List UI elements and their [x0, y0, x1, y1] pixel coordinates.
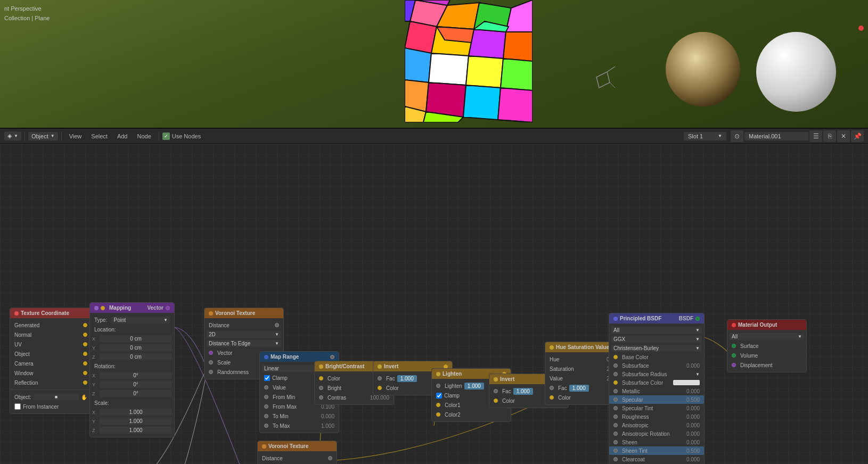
- editor-mode-dropdown[interactable]: ◈ ▼: [4, 131, 21, 140]
- camera-socket[interactable]: [83, 361, 87, 366]
- view-menu[interactable]: View: [65, 132, 86, 140]
- mo-volume-socket[interactable]: [732, 353, 736, 358]
- use-nodes-toggle[interactable]: ✓ Use Nodes: [162, 132, 201, 140]
- inv1-fac-socket[interactable]: [378, 376, 382, 380]
- bc-color-in-socket[interactable]: [319, 376, 323, 380]
- lighten-color1-socket[interactable]: [436, 403, 440, 407]
- svg-marker-9: [429, 53, 469, 85]
- bc-contrast-socket[interactable]: [319, 395, 323, 400]
- scale-x-field[interactable]: 1.000: [100, 409, 172, 416]
- object-socket[interactable]: [83, 352, 87, 356]
- mo-surface-socket[interactable]: [732, 344, 736, 348]
- socket-object: Object: [10, 349, 92, 359]
- p-speculartint-socket[interactable]: [613, 406, 618, 410]
- inv2-color-in-socket[interactable]: [494, 399, 498, 403]
- inv2-fac-socket[interactable]: [494, 389, 498, 393]
- delete-material-icon[interactable]: ✕: [837, 130, 850, 142]
- v1-scale-in-socket[interactable]: [209, 360, 213, 364]
- scale-y-field[interactable]: 1.000: [100, 418, 172, 425]
- lighten-blend-socket[interactable]: [436, 384, 440, 388]
- p-roughness-socket[interactable]: [613, 415, 618, 419]
- mo-displacement-socket[interactable]: [732, 363, 736, 367]
- v1-distance-type-field[interactable]: Distance To Edge ▼: [207, 340, 281, 347]
- material-slot-dropdown[interactable]: Slot 1 ▼: [684, 132, 726, 140]
- mapping-vector-in-socket[interactable]: [101, 306, 105, 310]
- from-instancer-row[interactable]: From Instancer: [10, 402, 92, 411]
- window-socket[interactable]: [83, 371, 87, 375]
- material-name-field[interactable]: Material.001: [744, 132, 808, 140]
- v1-randomness-in-socket[interactable]: [209, 370, 213, 374]
- p-subsurf-method-field[interactable]: Christensen-Burley ▼: [611, 345, 702, 352]
- divider: [10, 390, 92, 390]
- p-anisotropic-socket[interactable]: [613, 423, 618, 427]
- texture-coordinate-node[interactable]: Texture Coordinate Generated Normal UV O…: [10, 308, 92, 414]
- v1-vector-in-socket[interactable]: [209, 351, 213, 355]
- eyedrop-icon[interactable]: ✋: [81, 394, 87, 400]
- mr-tomin-socket[interactable]: [264, 414, 268, 418]
- p-dist-field[interactable]: GGX ▼: [611, 336, 702, 343]
- p-mode-field[interactable]: All ▼: [611, 327, 702, 334]
- node-menu[interactable]: Node: [133, 132, 155, 140]
- mr-clamp-checkbox[interactable]: [264, 375, 270, 381]
- reflection-socket[interactable]: [83, 380, 87, 385]
- loc-z-field[interactable]: 0 cm: [100, 353, 172, 360]
- principled-bsdf-node[interactable]: Principled BSDF BSDF All ▼ GGX ▼: [609, 313, 705, 464]
- p-subsurfcolor-socket[interactable]: [613, 380, 618, 385]
- p-basecolor-socket[interactable]: [613, 355, 618, 359]
- p-subsurfradius-socket[interactable]: [613, 372, 618, 376]
- rot-y-field[interactable]: 0°: [100, 381, 172, 388]
- p-specular-socket[interactable]: [613, 397, 618, 402]
- generated-socket[interactable]: [83, 323, 87, 327]
- hs-color-in-socket[interactable]: [550, 395, 554, 400]
- svg-marker-14: [463, 85, 501, 120]
- type-field[interactable]: Point ▼: [111, 317, 170, 324]
- hs-fac-socket[interactable]: [550, 386, 554, 390]
- scale-z-field[interactable]: 1.000: [100, 427, 172, 434]
- from-instancer-checkbox[interactable]: [14, 403, 21, 410]
- p-clearcoat-socket[interactable]: [613, 457, 618, 461]
- add-menu[interactable]: Add: [113, 132, 132, 140]
- principled-bsdf-out-socket[interactable]: [695, 317, 700, 321]
- mapping-vector-out-socket[interactable]: [166, 306, 170, 310]
- loc-y-row: Y 0 cm: [90, 343, 174, 352]
- object-dropdown[interactable]: Object ▼: [28, 132, 58, 140]
- v1-distance-socket[interactable]: [275, 323, 279, 327]
- use-nodes-checkbox[interactable]: ✓: [162, 132, 170, 140]
- mapping-node[interactable]: Mapping Vector Type: Point ▼ Location: X…: [89, 302, 175, 437]
- p-anisotropicrot-socket[interactable]: [613, 432, 618, 436]
- uv-socket[interactable]: [83, 342, 87, 346]
- mr-frommax-socket[interactable]: [264, 404, 268, 409]
- copy-material-icon[interactable]: ⎘: [823, 130, 836, 142]
- material-output-node[interactable]: Material Output All ▼ Surface Volume Dis…: [727, 319, 807, 372]
- p-metallic-socket[interactable]: [613, 389, 618, 393]
- p-sheen-socket[interactable]: [613, 440, 618, 444]
- svg-marker-15: [498, 88, 533, 122]
- loc-x-field[interactable]: 0 cm: [100, 335, 172, 342]
- lighten-color2-socket[interactable]: [436, 412, 440, 417]
- rot-x-field[interactable]: 0°: [100, 372, 172, 379]
- node-editor-canvas[interactable]: Texture Coordinate Generated Normal UV O…: [0, 144, 868, 464]
- material-sphere-icon[interactable]: ⊙: [731, 130, 743, 142]
- map-range-result-socket[interactable]: [330, 355, 334, 359]
- v1-mode-field[interactable]: 2D ▼: [207, 331, 281, 338]
- bc-bright-socket[interactable]: [319, 386, 323, 390]
- browse-material-icon[interactable]: ☰: [809, 130, 822, 142]
- mr-tomax-socket[interactable]: [264, 424, 268, 428]
- inv1-color-in-socket[interactable]: [378, 386, 382, 390]
- mo-mode-field[interactable]: All ▼: [730, 333, 804, 340]
- normal-socket[interactable]: [83, 333, 87, 337]
- lighten-clamp-checkbox[interactable]: [436, 393, 442, 399]
- v2-distance-socket[interactable]: [328, 456, 332, 460]
- select-menu[interactable]: Select: [87, 132, 112, 140]
- voronoi2-node[interactable]: Voronoi Texture Distance Color Position …: [257, 441, 337, 464]
- p-subsurface-socket[interactable]: [613, 363, 618, 368]
- node-color-dot: [94, 306, 99, 310]
- p-sheentint-socket[interactable]: [613, 449, 618, 453]
- white-sphere-preview: [756, 32, 836, 112]
- mr-frommin-socket[interactable]: [264, 395, 268, 399]
- mr-value-socket[interactable]: [264, 385, 268, 390]
- loc-y-field[interactable]: 0 cm: [100, 344, 172, 351]
- object-field[interactable]: ■: [34, 394, 79, 400]
- pin-material-icon[interactable]: 📌: [851, 130, 864, 142]
- rot-z-field[interactable]: 0°: [100, 390, 172, 397]
